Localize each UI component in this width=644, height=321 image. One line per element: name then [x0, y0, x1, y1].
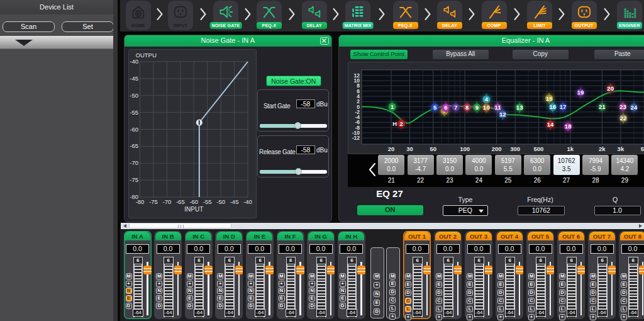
channel-button-E[interactable]: E — [621, 281, 627, 288]
channel-button-E[interactable]: E — [156, 295, 162, 301]
eq-band-box-22[interactable]: 3177-4.7 — [408, 155, 434, 176]
fader-handle[interactable] — [143, 266, 152, 274]
equalizer-chart[interactable]: 2030501002003005001k2k3k5k10k121086420-2… — [348, 62, 644, 154]
eq-band-box-28[interactable]: 7994-5.9 — [582, 155, 609, 176]
channel-button-M[interactable]: M — [309, 273, 315, 279]
fader-handle[interactable] — [577, 266, 586, 274]
toolbar-item-comp[interactable]: COMP — [482, 1, 507, 30]
scrollbar-right-arrow-icon[interactable] — [639, 224, 642, 228]
channel-button-plus[interactable]: + — [436, 314, 442, 320]
eq-band-box-23[interactable]: 31500.0 — [436, 155, 463, 176]
channel-button-M[interactable]: M — [405, 273, 411, 279]
channel-button-N[interactable]: N — [279, 288, 285, 294]
start-gate-slider-knob[interactable] — [294, 122, 301, 129]
channel-button-E[interactable]: E — [248, 295, 254, 301]
channel-button-E[interactable]: E — [559, 281, 565, 288]
channel-button-M[interactable]: M — [156, 273, 162, 279]
channel-button-M[interactable]: M — [217, 273, 223, 279]
noise-gate-chart[interactable]: -40-45-50-55-60-65-70-75-80-80-75-70-65-… — [129, 50, 257, 218]
channel-button-M[interactable]: M — [126, 273, 132, 279]
start-gate-slider[interactable] — [260, 124, 327, 128]
channel-button-E[interactable]: E — [126, 295, 132, 301]
channel-button-D[interactable]: D — [467, 290, 473, 296]
channel-button-D[interactable]: D — [126, 303, 132, 309]
channel-button-D[interactable]: D — [340, 303, 346, 309]
channel-button-L[interactable]: L — [528, 306, 535, 312]
close-icon[interactable] — [320, 37, 329, 45]
channel-button-plus[interactable]: + — [374, 282, 380, 288]
channel-button-N[interactable]: N — [126, 288, 132, 294]
channel-gain-value[interactable]: 0.0 — [591, 244, 614, 254]
channel-button-N[interactable]: N — [340, 288, 346, 294]
channel-button-N[interactable]: N — [309, 288, 315, 294]
fader-handle[interactable] — [204, 266, 213, 274]
release-gate-slider[interactable] — [260, 170, 327, 174]
channel-button-M[interactable]: M — [467, 273, 473, 279]
channel-button-plus[interactable]: + — [340, 281, 346, 287]
channel-button-plus[interactable]: + — [156, 281, 162, 287]
channel-button-E[interactable]: E — [279, 295, 285, 301]
channel-button-plus[interactable]: + — [126, 281, 132, 287]
channel-button-D[interactable]: D — [279, 303, 285, 309]
channel-button-L[interactable]: L — [389, 305, 396, 312]
channel-button-E[interactable]: E — [590, 281, 596, 288]
channel-button-plus[interactable]: + — [497, 314, 504, 320]
toolbar-item-peq-x-out[interactable]: PEQ-X — [393, 1, 418, 30]
channel-button-E[interactable]: E — [374, 300, 380, 306]
eq-band-box-29[interactable]: 143404.2 — [611, 155, 638, 176]
channel-button-M[interactable]: M — [559, 273, 565, 279]
channel-button-E[interactable]: E — [309, 295, 315, 301]
fader-handle[interactable] — [327, 266, 335, 274]
fader-handle[interactable] — [265, 266, 274, 274]
channel-gain-value[interactable]: 0.0 — [187, 244, 210, 254]
channel-button-C[interactable]: C — [405, 298, 411, 304]
channel-button-E[interactable]: E — [389, 281, 396, 287]
q-input[interactable]: 1.0 — [594, 206, 641, 215]
eq-on-button[interactable]: ON — [357, 205, 424, 215]
fader-handle[interactable] — [454, 266, 462, 274]
fader-handle[interactable] — [516, 266, 524, 274]
scrollbar-left-arrow-icon[interactable] — [123, 224, 126, 228]
channel-button-D[interactable]: D — [497, 290, 504, 296]
channel-gain-value[interactable]: 0.0 — [560, 244, 583, 254]
release-gate-value[interactable]: -58 — [296, 145, 315, 154]
channel-button-plus[interactable]: + — [279, 281, 285, 287]
channel-button-M[interactable]: M — [590, 273, 596, 279]
channel-button-E[interactable]: E — [528, 281, 535, 288]
channel-button-N[interactable]: N — [156, 288, 162, 294]
toolbar-item-limit[interactable]: LIMIT — [527, 1, 552, 30]
channel-gain-value[interactable]: 0.0 — [406, 244, 429, 254]
channel-gain-value[interactable]: 0.0 — [157, 244, 180, 254]
channel-button-D[interactable]: D — [405, 290, 411, 296]
fader-handle[interactable] — [547, 266, 555, 274]
channel-button-E[interactable]: E — [340, 295, 346, 301]
freq-input[interactable]: 10762 — [518, 206, 565, 215]
channel-button-E[interactable]: E — [497, 281, 504, 288]
toolbar-item-peq-x-in[interactable]: PEQ-X — [257, 1, 282, 30]
eq-band-box-24[interactable]: 40000.0 — [465, 155, 492, 176]
channel-button-L[interactable]: L — [405, 306, 411, 312]
channel-button-D[interactable]: D — [590, 290, 596, 296]
channel-button-M[interactable]: M — [621, 273, 627, 279]
channel-button-D[interactable]: D — [559, 290, 565, 296]
channel-gain-value[interactable]: 0.0 — [279, 244, 302, 254]
channel-button-N[interactable]: N — [187, 288, 193, 294]
channel-button-D[interactable]: D — [156, 303, 162, 309]
channel-button-M[interactable]: M — [279, 273, 285, 279]
channel-button-E[interactable]: E — [187, 295, 193, 301]
channel-button-D[interactable]: D — [621, 290, 627, 296]
channel-button-plus[interactable]: + — [590, 314, 596, 320]
chevron-left-icon[interactable] — [368, 162, 376, 177]
channel-button-C[interactable]: C — [559, 298, 565, 304]
channel-button-D[interactable]: D — [389, 289, 396, 295]
channel-button-L[interactable]: L — [467, 306, 473, 312]
channel-gain-value[interactable]: 0.0 — [467, 244, 491, 254]
channel-button-plus[interactable]: + — [621, 314, 627, 320]
fader-handle[interactable] — [296, 266, 304, 274]
channel-gain-value[interactable]: 0.0 — [218, 244, 241, 254]
channel-button-C[interactable]: C — [389, 297, 396, 303]
scan-button[interactable]: Scan — [3, 21, 55, 32]
fader-handle[interactable] — [639, 266, 644, 274]
channel-button-M[interactable]: M — [187, 273, 193, 279]
fader-handle[interactable] — [485, 266, 493, 274]
